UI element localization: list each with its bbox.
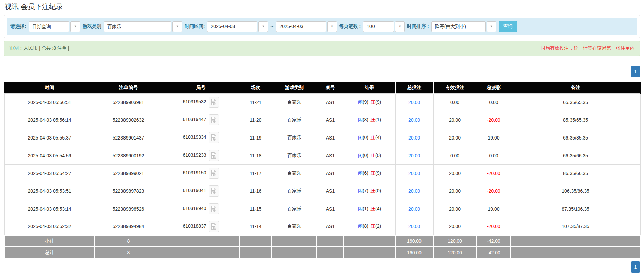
- cell-round-no: 610318837: [183, 223, 206, 229]
- result-player-label: 闲: [358, 99, 363, 105]
- game-category-dropdown[interactable]: 百家乐 ▼: [104, 21, 182, 32]
- result-banker-label: 庄: [370, 188, 375, 193]
- round-video-button[interactable]: [209, 203, 219, 214]
- column-header: 总派彩: [477, 82, 511, 93]
- date-to-value[interactable]: 2025-04-03: [276, 21, 326, 32]
- cell-session: 11-20: [240, 111, 272, 129]
- cell-table-no: AS1: [317, 182, 344, 200]
- cell-result: 闲(6)庄(9): [344, 164, 395, 182]
- summary-label: 总计: [4, 247, 95, 258]
- chevron-down-icon[interactable]: ▼: [172, 21, 182, 32]
- chevron-down-icon[interactable]: ▼: [395, 21, 405, 32]
- cell-bet-no: 522389903981: [95, 93, 162, 111]
- chevron-down-icon[interactable]: ▼: [327, 21, 337, 32]
- select-type-value[interactable]: 日期查询: [29, 21, 69, 32]
- cell-time: 2025-04-03 05:53:51: [4, 182, 95, 200]
- cell-session: 11-21: [240, 93, 272, 111]
- column-header: 局号: [162, 82, 240, 93]
- result-player-value: (9): [363, 99, 368, 105]
- total-bet-link[interactable]: 20.00: [408, 117, 420, 123]
- cell-result: 闲(0)庄(4): [344, 129, 395, 147]
- cell-total-bet: 20.00: [395, 111, 433, 129]
- cell-valid-bet: 0.00: [433, 147, 477, 164]
- page-size-dropdown[interactable]: 100 ▼: [363, 21, 405, 32]
- summary-label: 小计: [4, 235, 95, 247]
- date-range-separator: ~: [270, 24, 273, 29]
- cell-table-no: AS1: [317, 93, 344, 111]
- cell-valid-bet: 20.00: [433, 200, 477, 218]
- table-row: 2025-04-03 05:52:32 522389894984 6103188…: [4, 218, 640, 235]
- total-bet-link[interactable]: 20.00: [408, 224, 420, 229]
- table-body: 2025-04-03 05:56:51 522389903981 6103195…: [4, 93, 640, 258]
- pagination-top: 1: [4, 66, 640, 77]
- date-from-value[interactable]: 2025-04-03: [207, 21, 257, 32]
- summary-empty-cell: [317, 247, 344, 258]
- time-sort-dropdown[interactable]: 降幂(由大到小) ▼: [431, 21, 496, 32]
- query-button[interactable]: 查询: [499, 21, 517, 32]
- round-video-button[interactable]: [209, 168, 219, 179]
- cell-round-no: 610318940: [183, 206, 206, 211]
- cell-table-no: AS1: [317, 164, 344, 182]
- cell-result: 闲(7)庄(0): [344, 182, 395, 200]
- column-header: 时间: [4, 82, 95, 93]
- summary-count: 8: [95, 235, 162, 247]
- video-record-icon: [211, 99, 217, 106]
- cell-round-no: 610319041: [183, 188, 206, 193]
- total-bet-link[interactable]: 20.00: [408, 171, 420, 176]
- chevron-down-icon[interactable]: ▼: [487, 21, 496, 32]
- table-row: 2025-04-03 05:56:14 522389902632 6103194…: [4, 111, 640, 129]
- video-record-icon: [211, 170, 217, 177]
- total-bet-link[interactable]: 20.00: [408, 206, 420, 212]
- page-size-value[interactable]: 100: [363, 21, 394, 32]
- chevron-down-icon[interactable]: ▼: [258, 21, 268, 32]
- result-player-value: (0): [363, 135, 368, 140]
- total-bet-link[interactable]: 20.00: [408, 135, 420, 141]
- cell-game: 百家乐: [272, 218, 317, 235]
- total-bet-link[interactable]: 20.00: [408, 100, 420, 105]
- round-video-button[interactable]: [209, 97, 219, 108]
- summary-empty-cell: [344, 247, 395, 258]
- time-sort-value[interactable]: 降幂(由大到小): [431, 21, 486, 32]
- cell-payout: 0.00: [477, 93, 511, 111]
- column-header: 桌号: [317, 82, 344, 93]
- column-header: 结果: [344, 82, 395, 93]
- cell-time: 2025-04-03 05:52:32: [4, 218, 95, 235]
- result-banker-value: (1): [375, 117, 381, 122]
- round-video-button[interactable]: [209, 185, 219, 197]
- game-category-value[interactable]: 百家乐: [104, 21, 171, 32]
- cell-payout: 0.00: [477, 147, 511, 164]
- cell-round: 610319334: [162, 129, 240, 147]
- cell-round-no: 610319233: [183, 152, 206, 158]
- cell-remark: 66.35/85.35: [511, 129, 640, 147]
- video-record-icon: [211, 223, 217, 230]
- summary-total-bet: 160.00: [395, 235, 433, 247]
- page-size-label: 每页笔数 :: [339, 23, 361, 30]
- currency-summary-text: 币别：人民币 | 总共 :8 注单 |: [9, 45, 69, 51]
- result-player-label: 闲: [358, 135, 363, 140]
- select-type-dropdown[interactable]: 日期查询 ▼: [29, 21, 80, 32]
- cell-game: 百家乐: [272, 182, 317, 200]
- cell-result: 闲(8)庄(2): [344, 218, 395, 235]
- round-video-button[interactable]: [209, 150, 219, 161]
- cell-total-bet: 20.00: [395, 200, 433, 218]
- cell-table-no: AS1: [317, 129, 344, 147]
- round-video-button[interactable]: [209, 132, 219, 143]
- cell-payout: -20.00: [477, 164, 511, 182]
- cell-bet-no: 522389900192: [95, 147, 162, 164]
- cell-table-no: AS1: [317, 111, 344, 129]
- chevron-down-icon[interactable]: ▼: [70, 21, 80, 32]
- round-video-button[interactable]: [209, 114, 219, 125]
- page-button-1[interactable]: 1: [631, 261, 640, 273]
- cell-game: 百家乐: [272, 93, 317, 111]
- total-bet-link[interactable]: 20.00: [408, 153, 420, 158]
- result-banker-label: 庄: [370, 206, 375, 211]
- cell-valid-bet: 0.00: [433, 93, 477, 111]
- result-banker-value: (2): [375, 223, 381, 229]
- page-button-1[interactable]: 1: [631, 66, 640, 77]
- summary-empty-cell: [240, 235, 272, 247]
- date-from-dropdown[interactable]: 2025-04-03 ▼: [207, 21, 268, 32]
- date-to-dropdown[interactable]: 2025-04-03 ▼: [276, 21, 337, 32]
- total-bet-link[interactable]: 20.00: [408, 188, 420, 194]
- round-video-button[interactable]: [209, 221, 219, 232]
- cell-time: 2025-04-03 05:54:27: [4, 164, 95, 182]
